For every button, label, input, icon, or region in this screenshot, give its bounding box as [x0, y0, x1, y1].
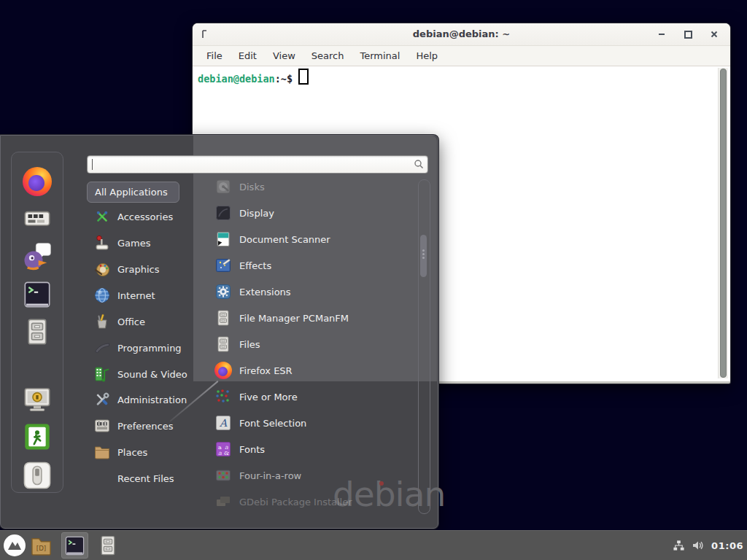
administration-icon — [93, 391, 111, 408]
window-title: debian@debian: ~ — [193, 23, 730, 45]
programming-icon — [93, 339, 111, 357]
category-office[interactable]: Office — [87, 308, 202, 335]
category-accessories[interactable]: Accessories — [87, 203, 202, 230]
lock-screen-icon[interactable] — [23, 385, 52, 414]
menu-edit[interactable]: Edit — [231, 50, 265, 61]
maximize-icon[interactable] — [684, 30, 692, 39]
prompt-user: debian@debian — [198, 73, 275, 85]
favorite-firefox-icon[interactable] — [23, 167, 52, 196]
app-list-scrollbar[interactable] — [418, 179, 430, 514]
category-places[interactable]: Places — [87, 439, 202, 465]
category-all-applications[interactable]: All Applications — [87, 182, 179, 203]
favorite-package-keys-icon[interactable] — [23, 203, 52, 233]
four-in-a-row-icon — [214, 467, 232, 484]
app-extensions[interactable]: Extensions — [209, 279, 416, 305]
category-graphics[interactable]: Graphics — [87, 256, 202, 282]
category-recent-files[interactable]: Recent Files — [87, 465, 202, 491]
shut-down-icon[interactable] — [23, 461, 52, 490]
app-list-scrollbar-thumb[interactable] — [420, 235, 427, 277]
taskbar-folder-icon[interactable]: [D] — [30, 534, 53, 556]
category-games[interactable]: Games — [87, 230, 202, 256]
favorites-panel — [11, 152, 63, 493]
extensions-icon — [214, 283, 232, 300]
fonts-icon: aaa& — [214, 440, 232, 458]
firefox-icon — [214, 362, 232, 379]
close-icon[interactable] — [710, 30, 719, 39]
display-icon — [214, 204, 232, 222]
taskbar: [D] 01:06 — [0, 530, 747, 560]
five-or-more-icon — [214, 388, 232, 405]
category-preferences[interactable]: Preferences — [87, 413, 202, 439]
category-internet[interactable]: Internet — [87, 282, 202, 308]
taskbar-terminal-button[interactable] — [61, 532, 88, 559]
effects-icon — [214, 257, 232, 274]
application-menu: debian All A — [0, 135, 438, 529]
preferences-icon — [93, 417, 111, 435]
menu-file[interactable]: File — [198, 50, 231, 61]
games-icon — [93, 234, 111, 252]
svg-text:A: A — [219, 417, 228, 429]
internet-icon — [93, 287, 111, 304]
app-document-scanner[interactable]: Document Scanner — [209, 226, 416, 252]
text-cursor — [298, 69, 309, 85]
svg-text:&: & — [224, 450, 229, 456]
search-box — [87, 155, 428, 174]
category-sound-video[interactable]: Sound & Video — [87, 361, 202, 387]
app-effects[interactable]: Effects — [209, 252, 416, 279]
minimize-icon[interactable] — [657, 30, 666, 39]
svg-text:[D]: [D] — [36, 545, 47, 552]
menu-view[interactable]: View — [265, 50, 303, 61]
app-font-selection[interactable]: A Font Selection — [209, 410, 416, 436]
app-gdebi-package-installer[interactable]: GDebi Package Installer — [209, 489, 416, 515]
file-manager-icon — [214, 309, 232, 327]
places-icon — [93, 443, 111, 461]
app-five-or-more[interactable]: Five or More — [209, 384, 416, 410]
app-display[interactable]: Display — [209, 200, 416, 226]
favorite-file-manager-icon[interactable] — [23, 317, 52, 346]
search-input[interactable] — [92, 157, 410, 171]
terminal-scrollbar[interactable] — [718, 68, 728, 378]
favorite-terminal-icon[interactable] — [23, 280, 52, 309]
window-icon — [202, 30, 209, 39]
volume-icon[interactable] — [692, 540, 705, 551]
terminal-titlebar[interactable]: debian@debian: ~ — [193, 23, 730, 46]
taskbar-file-cabinet-icon[interactable] — [97, 534, 119, 556]
sound-video-icon — [93, 365, 111, 383]
app-firefox-esr[interactable]: Firefox ESR — [209, 357, 416, 384]
menu-search[interactable]: Search — [303, 50, 352, 61]
office-icon — [93, 313, 111, 330]
favorite-pidgin-icon[interactable] — [23, 242, 52, 271]
menu-terminal[interactable]: Terminal — [352, 50, 408, 61]
disks-icon — [214, 178, 232, 195]
menu-help[interactable]: Help — [408, 50, 446, 61]
app-disks[interactable]: Disks — [209, 174, 416, 200]
app-file-manager-pcmanfm[interactable]: File Manager PCManFM — [209, 305, 416, 331]
app-files[interactable]: Files — [209, 331, 416, 357]
prompt-suffix: :~$ — [275, 73, 293, 85]
search-text-caret — [92, 159, 93, 170]
svg-text:a: a — [218, 450, 222, 456]
files-icon — [214, 335, 232, 353]
clock[interactable]: 01:06 — [711, 540, 743, 551]
network-icon[interactable] — [673, 540, 685, 551]
desktop: { "terminal": { "title": "debian@debian:… — [0, 0, 747, 560]
category-programming[interactable]: Programming — [87, 335, 202, 361]
category-administration[interactable]: Administration — [87, 386, 202, 413]
font-selection-icon: A — [214, 414, 232, 432]
shell-prompt: debian@debian:~$ — [198, 69, 309, 85]
terminal-scrollbar-thumb[interactable] — [720, 69, 727, 378]
app-fonts[interactable]: aaa& Fonts — [209, 436, 416, 462]
start-menu-button[interactable] — [3, 534, 26, 557]
gdebi-icon — [214, 493, 232, 510]
graphics-icon — [93, 260, 111, 278]
document-scanner-icon — [214, 230, 232, 248]
log-out-icon[interactable] — [23, 422, 52, 451]
accessories-icon — [93, 208, 111, 225]
terminal-menubar: File Edit View Search Terminal Help — [193, 46, 730, 66]
search-icon — [414, 159, 424, 169]
app-four-in-a-row[interactable]: Four-in-a-row — [209, 462, 416, 489]
